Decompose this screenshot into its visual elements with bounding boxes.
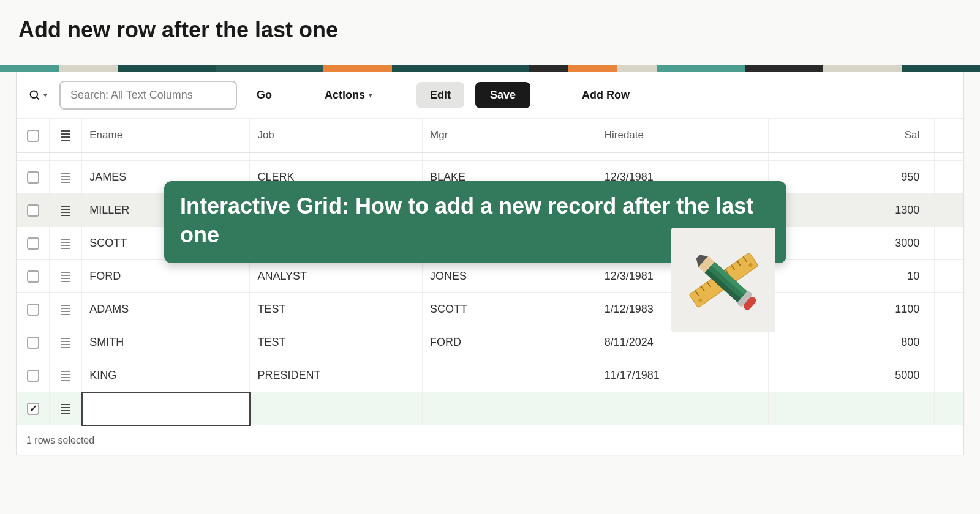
grid-footer-status: 1 rows selected — [17, 426, 963, 455]
overlay-pencil-ruler-icon — [671, 228, 775, 332]
cell-mgr[interactable] — [422, 392, 597, 425]
edit-button[interactable]: Edit — [417, 82, 464, 108]
cell-sal[interactable]: 5000 — [769, 359, 935, 392]
cell-ename[interactable]: ADAMS — [82, 293, 250, 326]
page-title: Add new row after the last one — [18, 17, 962, 43]
row-checkbox[interactable] — [27, 270, 39, 283]
decorative-strip — [0, 65, 980, 72]
col-sal[interactable]: Sal — [769, 119, 935, 152]
row-menu-icon[interactable] — [61, 272, 70, 282]
search-input[interactable] — [59, 81, 237, 110]
col-mgr[interactable]: Mgr — [422, 119, 597, 152]
cell-sal[interactable]: 950 — [769, 161, 935, 194]
svg-point-0 — [31, 91, 38, 98]
col-ename[interactable]: Ename — [82, 119, 250, 152]
add-row-button[interactable]: Add Row — [573, 83, 638, 108]
cell-ename[interactable]: SMITH — [82, 326, 250, 359]
cell-sal[interactable] — [769, 392, 935, 425]
row-checkbox[interactable] — [27, 370, 39, 382]
cell-hiredate[interactable] — [597, 392, 769, 425]
cell-mgr[interactable]: FORD — [422, 326, 597, 359]
row-menu-icon[interactable] — [61, 404, 70, 414]
col-job[interactable]: Job — [250, 119, 423, 152]
table-row-new[interactable] — [17, 392, 963, 425]
header-row: Ename Job Mgr Hiredate Sal — [17, 119, 963, 152]
cell-job[interactable]: TEST — [250, 326, 423, 359]
cell-hiredate[interactable]: 11/17/1981 — [597, 359, 769, 392]
row-checkbox[interactable] — [27, 171, 39, 184]
cell-job[interactable]: TEST — [250, 293, 423, 326]
cell-mgr[interactable] — [422, 359, 597, 392]
table-row[interactable]: KING PRESIDENT 11/17/1981 5000 — [17, 359, 963, 392]
actions-label: Actions — [325, 89, 365, 102]
go-button[interactable]: Go — [248, 83, 281, 108]
cell-ename-edit[interactable] — [82, 392, 250, 425]
actions-menu-button[interactable]: Actions ▾ — [316, 83, 381, 108]
search-icon — [29, 89, 41, 102]
row-checkbox[interactable] — [27, 304, 39, 316]
ename-input[interactable] — [83, 393, 249, 425]
chevron-down-icon: ▾ — [369, 91, 372, 99]
cell-ename[interactable]: FORD — [82, 260, 250, 293]
interactive-grid-region: ▾ Go Actions ▾ Edit Save Add Row Ename J… — [16, 72, 964, 455]
cell-job[interactable]: ANALYST — [250, 260, 423, 293]
row-menu-icon[interactable] — [61, 206, 70, 216]
col-extra — [935, 119, 963, 152]
table-row-partial — [17, 152, 963, 161]
row-checkbox[interactable] — [27, 237, 39, 250]
search-column-menu[interactable]: ▾ — [28, 87, 48, 104]
cell-sal[interactable]: 800 — [769, 326, 935, 359]
row-menu-icon[interactable] — [61, 305, 70, 315]
cell-sal[interactable]: 1300 — [769, 194, 935, 227]
cell-job[interactable]: PRESIDENT — [250, 359, 423, 392]
cell-job[interactable] — [250, 392, 423, 425]
cell-mgr[interactable]: JONES — [422, 260, 597, 293]
save-button[interactable]: Save — [475, 82, 530, 108]
row-menu-icon[interactable] — [61, 338, 70, 348]
cell-sal[interactable]: 3000 — [769, 227, 935, 260]
cell-mgr[interactable]: SCOTT — [422, 293, 597, 326]
row-checkbox[interactable] — [27, 204, 39, 217]
col-hiredate[interactable]: Hiredate — [597, 119, 769, 152]
svg-line-1 — [37, 97, 39, 99]
row-menu-icon[interactable] — [61, 239, 70, 249]
data-grid: Ename Job Mgr Hiredate Sal JAMES CLERK B… — [17, 119, 963, 426]
row-checkbox[interactable] — [27, 403, 39, 415]
row-menu-icon[interactable] — [61, 173, 70, 183]
header-row-menu-icon[interactable] — [61, 130, 70, 141]
cell-sal[interactable]: 1100 — [769, 293, 935, 326]
row-checkbox[interactable] — [27, 337, 39, 349]
row-menu-icon[interactable] — [61, 371, 70, 381]
cell-sal[interactable]: 10 — [769, 260, 935, 293]
table-row[interactable]: SMITH TEST FORD 8/11/2024 800 — [17, 326, 963, 359]
table-row[interactable]: ADAMS TEST SCOTT 1/12/1983 1100 — [17, 293, 963, 326]
select-all-checkbox[interactable] — [27, 130, 39, 142]
grid-toolbar: ▾ Go Actions ▾ Edit Save Add Row — [17, 72, 963, 119]
cell-ename[interactable]: KING — [82, 359, 250, 392]
chevron-down-icon: ▾ — [43, 91, 47, 99]
table-row[interactable]: FORD ANALYST JONES 12/3/1981 10 — [17, 260, 963, 293]
